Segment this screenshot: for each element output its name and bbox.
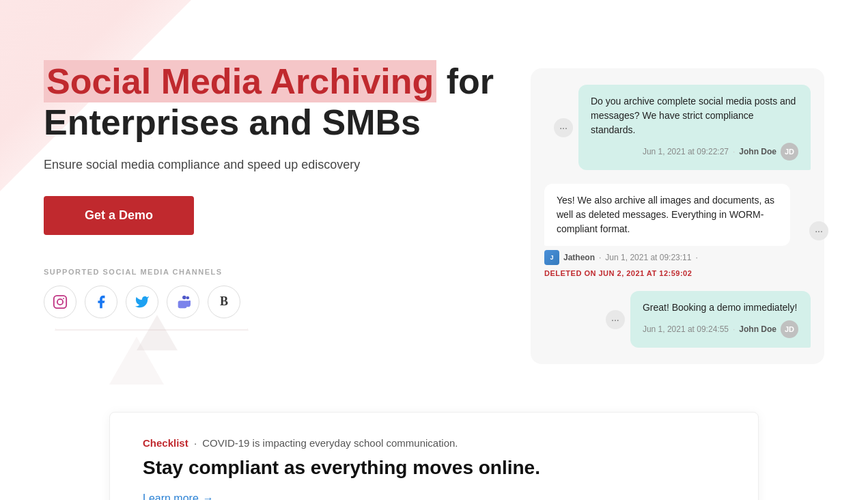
facebook-icon[interactable] bbox=[85, 286, 117, 318]
chat-bubble-1-wrapper: ··· Do you archive complete social media… bbox=[578, 85, 811, 170]
chat-message-1: ··· Do you archive complete social media… bbox=[544, 85, 811, 170]
chat-text-1: Do you archive complete social media pos… bbox=[591, 94, 798, 137]
chat-meta-2: J Jatheon · Jun 1, 2021 at 09:23:11 · DE… bbox=[544, 250, 804, 277]
hero-title: Social Media Archiving for Enterprises a… bbox=[44, 61, 503, 143]
bloomberg-icon[interactable]: B bbox=[208, 286, 240, 318]
chat-bubble-3-wrapper: ··· Great! Booking a demo immediately! J… bbox=[630, 291, 811, 348]
jatheon-logo: J bbox=[544, 250, 559, 265]
banner-category-label: Checklist bbox=[143, 437, 188, 449]
learn-more-link[interactable]: Learn more → bbox=[143, 492, 214, 500]
chat-bubble-2-wrapper: Yes! We also archive all images and docu… bbox=[544, 184, 804, 277]
page-wrapper: Social Media Archiving for Enterprises a… bbox=[0, 0, 868, 500]
chat-panel: ··· Do you archive complete social media… bbox=[531, 68, 824, 364]
deleted-label: DELETED ON JUN 2, 2021 AT 12:59:02 bbox=[544, 269, 692, 277]
avatar-3: JD bbox=[781, 320, 798, 338]
svg-point-1 bbox=[57, 298, 63, 304]
chat-author-1: John Doe bbox=[739, 147, 776, 156]
chat-meta-3: Jun 1, 2021 at 09:24:55 · John Doe JD bbox=[643, 320, 798, 338]
message-options-button-1[interactable]: ··· bbox=[554, 118, 573, 137]
top-section: Social Media Archiving for Enterprises a… bbox=[0, 0, 868, 391]
banner-category-text: COVID-19 is impacting everyday school co… bbox=[202, 437, 458, 449]
get-demo-button[interactable]: Get a Demo bbox=[44, 196, 194, 235]
chat-bubble-2: Yes! We also archive all images and docu… bbox=[544, 184, 790, 246]
chat-timestamp-3: Jun 1, 2021 at 09:24:55 bbox=[643, 324, 729, 334]
chat-sender-2: Jatheon bbox=[563, 253, 595, 262]
chat-text-2: Yes! We also archive all images and docu… bbox=[557, 193, 778, 236]
banner-category: Checklist · COVID-19 is impacting everyd… bbox=[143, 437, 725, 449]
chat-timestamp-2: Jun 1, 2021 at 09:23:11 bbox=[605, 253, 691, 262]
chat-text-3: Great! Booking a demo immediately! bbox=[643, 301, 798, 315]
svg-rect-0 bbox=[54, 295, 66, 307]
instagram-icon[interactable] bbox=[44, 286, 76, 318]
decor-triangle-2 bbox=[109, 337, 164, 385]
chat-bubble-3: Great! Booking a demo immediately! Jun 1… bbox=[630, 291, 811, 348]
hero-left: Social Media Archiving for Enterprises a… bbox=[44, 55, 503, 318]
avatar-1: JD bbox=[781, 143, 798, 161]
channels-icons: B bbox=[44, 286, 503, 318]
message-options-button-3[interactable]: ··· bbox=[606, 310, 625, 329]
chat-meta-1: Jun 1, 2021 at 09:22:27 · John Doe JD bbox=[591, 143, 798, 161]
banner-category-sep: · bbox=[194, 437, 199, 449]
channels-label: SUPPORTED SOCIAL MEDIA CHANNELS bbox=[44, 268, 503, 276]
hero-subtitle: Ensure social media compliance and speed… bbox=[44, 156, 503, 174]
twitter-icon[interactable] bbox=[126, 286, 158, 318]
hero-title-highlight: Social Media Archiving bbox=[44, 60, 436, 102]
chat-author-3: John Doe bbox=[739, 324, 776, 334]
teams-icon[interactable] bbox=[167, 286, 199, 318]
chat-message-3: ··· Great! Booking a demo immediately! J… bbox=[544, 291, 811, 348]
banner-title: Stay compliant as everything moves onlin… bbox=[143, 456, 725, 480]
svg-point-2 bbox=[63, 298, 64, 299]
chat-timestamp-1: Jun 1, 2021 at 09:22:27 bbox=[643, 147, 729, 156]
chat-sep-2: · bbox=[599, 253, 601, 262]
learn-more-arrow: → bbox=[203, 492, 214, 500]
chat-bubble-1: Do you archive complete social media pos… bbox=[578, 85, 811, 170]
channels-section: SUPPORTED SOCIAL MEDIA CHANNELS bbox=[44, 268, 503, 318]
chat-message-2: Yes! We also archive all images and docu… bbox=[544, 184, 811, 277]
message-options-button-2[interactable]: ··· bbox=[809, 221, 828, 240]
bottom-banner: Checklist · COVID-19 is impacting everyd… bbox=[109, 412, 759, 500]
learn-more-text: Learn more bbox=[143, 492, 199, 500]
